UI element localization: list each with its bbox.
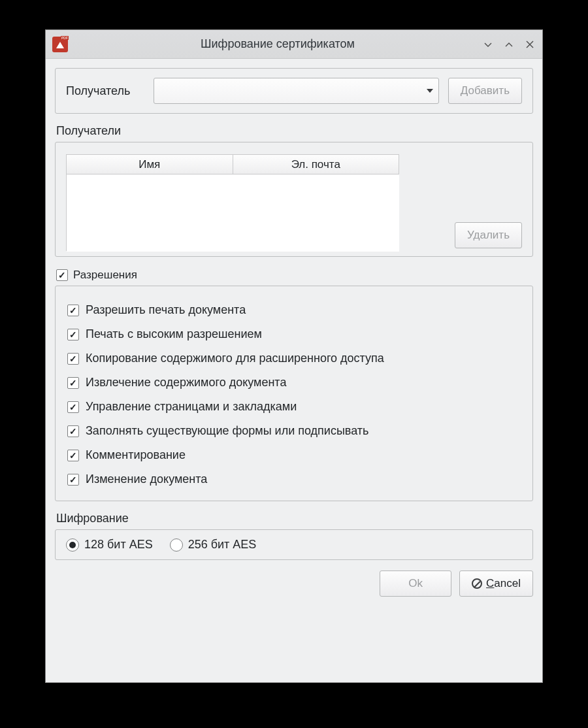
permission-label: Комментирование: [86, 448, 186, 462]
column-name[interactable]: Имя: [67, 155, 233, 174]
permission-checkbox[interactable]: [67, 329, 79, 340]
dialog-window: PDF Шифрование сертификатом Получатель: [45, 29, 543, 683]
permission-checkbox[interactable]: [67, 305, 79, 316]
table-header: Имя Эл. почта: [67, 155, 399, 174]
ok-button[interactable]: Ok: [380, 571, 451, 597]
recipient-label: Получатель: [66, 84, 144, 98]
titlebar: PDF Шифрование сертификатом: [46, 30, 542, 59]
encryption-radio[interactable]: [66, 538, 79, 552]
permissions-master-checkbox[interactable]: [56, 269, 68, 281]
permission-label: Управление страницами и закладками: [86, 400, 297, 414]
encryption-label: Шифрование: [56, 512, 533, 525]
permission-item[interactable]: Извлечение содержимого документа: [67, 371, 521, 395]
recipient-row: Получатель Добавить: [66, 78, 522, 104]
permission-checkbox[interactable]: [67, 353, 79, 365]
permission-item[interactable]: Заполнять существующие формы или подписы…: [67, 419, 521, 443]
window-title: Шифрование сертификатом: [73, 37, 482, 51]
permission-label: Изменение документа: [86, 472, 207, 486]
permission-checkbox[interactable]: [67, 401, 79, 413]
recipients-table-area: Имя Эл. почта Удалить: [55, 142, 533, 257]
chevron-down-icon: [483, 40, 493, 49]
permission-item[interactable]: Печать с высоким разрешением: [67, 322, 521, 346]
permission-label: Разрешить печать документа: [86, 303, 246, 317]
app-icon: PDF: [52, 37, 68, 52]
encryption-option[interactable]: 128 бит AES: [66, 538, 153, 552]
chevron-down-icon: [427, 89, 433, 93]
permission-checkbox[interactable]: [67, 474, 79, 486]
delete-button[interactable]: Удалить: [455, 222, 522, 248]
permission-item[interactable]: Управление страницами и закладками: [67, 395, 521, 419]
permission-item[interactable]: Разрешить печать документа: [67, 298, 521, 322]
dialog-content: Получатель Добавить Получатели Имя Эл. п…: [46, 59, 542, 682]
encryption-radio[interactable]: [170, 538, 183, 552]
permission-label: Копирование содержимого для расширенного…: [86, 352, 384, 365]
ok-button-label: Ok: [408, 577, 423, 590]
encryption-option-label: 256 бит AES: [188, 538, 257, 552]
window-controls: [482, 39, 536, 50]
add-button[interactable]: Добавить: [448, 78, 522, 104]
close-button[interactable]: [524, 39, 536, 50]
permission-checkbox[interactable]: [67, 450, 79, 461]
permissions-master-label: Разрешения: [73, 269, 137, 282]
minimize-button[interactable]: [482, 39, 494, 50]
permission-item[interactable]: Копирование содержимого для расширенного…: [67, 346, 521, 371]
encryption-option-label: 128 бит AES: [84, 538, 153, 552]
recipient-section: Получатель Добавить: [55, 68, 533, 114]
encryption-group: 128 бит AES256 бит AES: [55, 529, 533, 560]
cancel-icon: [472, 578, 482, 589]
chevron-up-icon: [504, 40, 514, 49]
permission-item[interactable]: Изменение документа: [67, 467, 521, 491]
permission-checkbox[interactable]: [67, 425, 79, 437]
recipient-combo[interactable]: [154, 78, 439, 104]
close-icon: [525, 40, 534, 49]
column-email[interactable]: Эл. почта: [233, 155, 400, 174]
permission-label: Печать с высоким разрешением: [86, 327, 262, 341]
dialog-footer: Ok Cancel: [55, 560, 533, 597]
recipients-label: Получатели: [56, 124, 533, 138]
permission-label: Извлечение содержимого документа: [86, 376, 286, 389]
permission-item[interactable]: Комментирование: [67, 443, 521, 467]
add-button-label: Добавить: [461, 84, 510, 97]
cancel-button-label: Cancel: [486, 577, 521, 590]
cancel-button[interactable]: Cancel: [459, 571, 533, 597]
encryption-option[interactable]: 256 бит AES: [170, 538, 257, 552]
permission-label: Заполнять существующие формы или подписы…: [86, 424, 368, 438]
delete-button-label: Удалить: [467, 229, 510, 242]
permissions-master[interactable]: Разрешения: [56, 269, 533, 282]
permissions-group: Разрешить печать документаПечать с высок…: [55, 286, 533, 501]
permission-checkbox[interactable]: [67, 377, 79, 389]
maximize-button[interactable]: [503, 39, 515, 50]
